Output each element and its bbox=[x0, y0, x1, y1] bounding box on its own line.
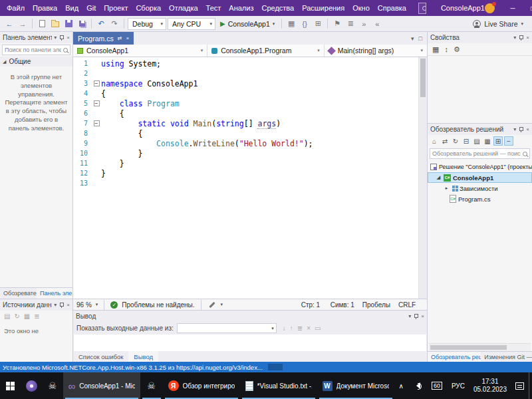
chevron-down-icon[interactable]: ▾ bbox=[513, 35, 516, 41]
tab-close-icon[interactable]: × bbox=[126, 35, 129, 41]
nav-member-dropdown[interactable]: Main(string[] args) ▾ bbox=[325, 45, 427, 57]
code-line[interactable]: 7− static void Main(string[] args) bbox=[73, 118, 427, 128]
pin-icon[interactable] bbox=[413, 313, 419, 320]
output-header[interactable]: Вывод ▾ × bbox=[73, 311, 427, 322]
close-icon[interactable]: × bbox=[66, 302, 70, 308]
pin-icon[interactable] bbox=[59, 302, 65, 309]
menu-item[interactable]: Анализ bbox=[225, 0, 257, 16]
code-line[interactable]: 1using System; bbox=[73, 59, 427, 68]
menu-item[interactable]: Окно bbox=[348, 0, 374, 16]
code-line[interactable]: 5− class Program bbox=[73, 98, 427, 108]
tab-toolbox[interactable]: Панель эле... bbox=[37, 288, 72, 299]
menu-item[interactable]: Git bbox=[82, 0, 100, 16]
document-tab-program-cs[interactable]: Program.cs ⇄ × bbox=[73, 32, 134, 45]
outdent-icon[interactable]: « bbox=[371, 18, 383, 30]
menu-item[interactable]: Файл bbox=[3, 0, 29, 16]
code-line[interactable]: 13 bbox=[73, 178, 427, 188]
menu-item[interactable]: Сборка bbox=[132, 0, 165, 16]
data-sources-header[interactable]: Источники данных ▾ × bbox=[0, 299, 72, 311]
grid-icon[interactable]: ▦ bbox=[24, 313, 30, 320]
find-icon[interactable]: ⊞ bbox=[312, 18, 324, 30]
output-content[interactable] bbox=[74, 334, 426, 351]
toolbox-header[interactable]: Панель элементов ▾ × bbox=[0, 32, 72, 43]
fold-collapse-icon[interactable]: − bbox=[94, 120, 100, 126]
chevron-down-icon[interactable]: ▾ bbox=[54, 35, 57, 41]
property-pages-icon[interactable]: ⚙ bbox=[454, 45, 460, 54]
battery-button[interactable]: 60 bbox=[427, 372, 447, 399]
edit-mode-icon[interactable] bbox=[209, 301, 215, 307]
close-icon[interactable]: × bbox=[526, 35, 529, 41]
scrollbar-thumb[interactable] bbox=[420, 59, 426, 97]
solution-horizontal-scrollbar[interactable] bbox=[429, 343, 531, 351]
hidden-icons-button[interactable]: ∧ bbox=[394, 372, 408, 399]
background-task-indicator[interactable] bbox=[268, 364, 283, 370]
tree-row-program-cs[interactable]: C# Program.cs bbox=[428, 194, 532, 204]
taskbar-app-notepad[interactable]: *Visual Studio.txt -... bbox=[240, 372, 317, 399]
toolbox-search-input[interactable]: Поиск по панели элементов bbox=[2, 45, 70, 55]
chevron-down-icon[interactable]: ▾ bbox=[54, 302, 57, 308]
tab-server-explorer[interactable]: Обозревате... bbox=[0, 288, 37, 299]
editor-vertical-scrollbar[interactable] bbox=[418, 57, 427, 299]
language-indicator[interactable]: РУС bbox=[447, 372, 469, 399]
pin-icon[interactable] bbox=[518, 126, 524, 133]
minimize-button[interactable]: ─ bbox=[503, 0, 523, 16]
save-icon[interactable] bbox=[63, 18, 74, 30]
pin-icon[interactable] bbox=[59, 35, 65, 41]
zoom-dropdown[interactable]: 96 % bbox=[76, 301, 92, 309]
undo-icon[interactable]: ↶ bbox=[95, 18, 107, 30]
taskbar-app-utility-1[interactable]: ☠ bbox=[42, 372, 63, 399]
taskbar-search-button[interactable] bbox=[21, 372, 43, 399]
taskbar-app-visual-studio[interactable]: ∞ ConsoleApp1 - Mic... bbox=[63, 372, 140, 399]
home-icon[interactable]: ⌂ bbox=[430, 136, 439, 146]
clock-button[interactable]: 17:31 05.02.2023 bbox=[469, 372, 511, 399]
expanded-icon[interactable]: ◢ bbox=[436, 175, 442, 180]
refresh-icon[interactable]: ↻ bbox=[451, 136, 460, 146]
health-check-icon[interactable]: ✓ bbox=[110, 301, 118, 309]
redo-icon[interactable]: ↷ bbox=[108, 18, 120, 30]
line-ending[interactable]: CRLF bbox=[394, 301, 424, 309]
spaces-mode[interactable]: Пробелы bbox=[358, 301, 394, 309]
user-avatar[interactable] bbox=[485, 3, 495, 13]
navigate-back-icon[interactable]: ← bbox=[3, 18, 15, 30]
list-icon[interactable]: ≣ bbox=[344, 18, 356, 30]
tree-row-solution[interactable]: Решение "ConsoleApp1" (проекты: 1 из 1) bbox=[428, 162, 532, 172]
collapsed-icon[interactable]: ▸ bbox=[444, 186, 450, 191]
close-icon[interactable]: × bbox=[66, 35, 70, 41]
bookmark-icon[interactable]: ⚑ bbox=[331, 18, 343, 30]
tree-row-dependencies[interactable]: ▸ Зависимости bbox=[428, 183, 532, 194]
menu-item[interactable]: Вид bbox=[61, 0, 82, 16]
navigate-forward-icon[interactable]: → bbox=[17, 18, 29, 30]
refresh-icon[interactable]: ↻ bbox=[14, 313, 19, 320]
taskbar-app-utility-2[interactable]: ☠ bbox=[140, 372, 163, 399]
solution-explorer-header[interactable]: Обозреватель решений ▾ × bbox=[428, 124, 532, 135]
chevron-down-icon[interactable]: ▾ bbox=[411, 35, 414, 42]
nav-project-dropdown[interactable]: ConsoleApp1 ▾ bbox=[73, 45, 207, 57]
files-icon[interactable]: ▤ bbox=[4, 313, 10, 320]
clear-all-icon[interactable]: × bbox=[307, 325, 311, 332]
switch-views-icon[interactable]: ⇄ bbox=[440, 136, 450, 146]
new-file-icon[interactable] bbox=[36, 18, 48, 30]
menu-item[interactable]: Тест bbox=[202, 0, 225, 16]
code-line[interactable]: 2 bbox=[73, 68, 427, 78]
start-button[interactable] bbox=[0, 372, 21, 399]
platform-dropdown[interactable]: Any CPU ▾ bbox=[168, 18, 215, 30]
menu-item[interactable]: Отладка bbox=[165, 0, 201, 16]
nav-type-dropdown[interactable]: ConsoleApp1.Program ▾ bbox=[207, 45, 325, 57]
volume-button[interactable] bbox=[408, 372, 427, 399]
live-share-button[interactable]: Live Share ▾ bbox=[473, 20, 529, 28]
code-line[interactable]: 10 } bbox=[73, 148, 427, 158]
tab-output[interactable]: Вывод bbox=[128, 351, 158, 362]
tab-error-list[interactable]: Список ошибок bbox=[73, 351, 128, 362]
list-icon[interactable]: ≣ bbox=[34, 313, 39, 320]
collapse-all-icon[interactable]: ⊟ bbox=[462, 136, 471, 146]
tab-git-changes[interactable]: Изменения Git — п... bbox=[481, 352, 532, 362]
code-line[interactable]: 9 Console.WriteLine("Hello World!"); bbox=[73, 138, 427, 148]
code-line[interactable]: 12} bbox=[73, 168, 427, 178]
sync-with-active-icon[interactable]: − bbox=[504, 136, 513, 146]
save-all-icon[interactable] bbox=[76, 18, 88, 30]
code-line[interactable]: 4{ bbox=[73, 88, 427, 98]
toolbox-group-general[interactable]: ◢ Общие bbox=[0, 57, 72, 66]
chevron-down-icon[interactable]: ▾ bbox=[408, 313, 411, 319]
chevron-down-icon[interactable]: ▾ bbox=[513, 126, 516, 132]
pin-icon[interactable] bbox=[518, 35, 524, 41]
